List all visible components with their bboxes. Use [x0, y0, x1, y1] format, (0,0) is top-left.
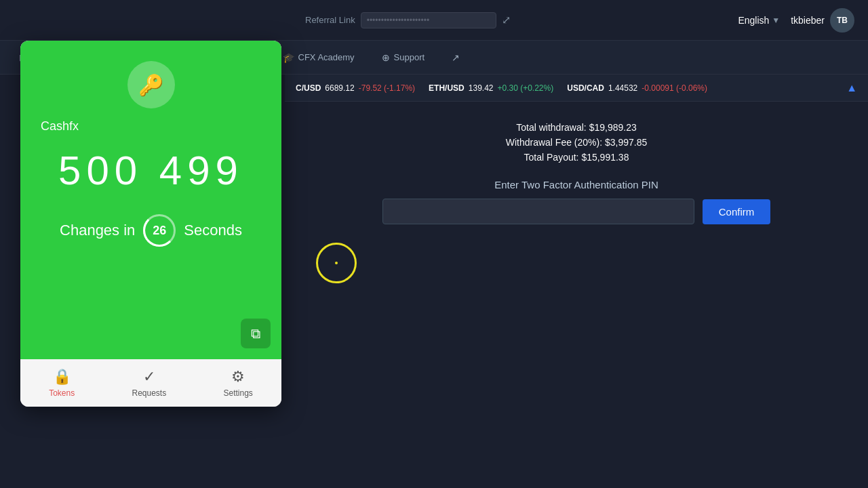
referral-section: Referral Link ⤢ [305, 12, 511, 28]
total-withdrawal-value: $19,989.23 [589, 122, 637, 133]
ticker-change-usdcad: -0.00091 (-0.06%) [642, 83, 707, 93]
ticker-pair-ethusd: ETH/USD [429, 83, 465, 93]
fee-label: Withdrawal Fee (20%): [506, 137, 602, 148]
timer-changes-label: Changes in [60, 222, 135, 239]
phone-key-icon: 🔑 [127, 61, 175, 108]
ticker-expand-button[interactable]: ▲ [846, 82, 857, 94]
phone-tab-requests[interactable]: ✓ Requests [132, 368, 166, 398]
language-label: English [738, 15, 769, 26]
total-withdrawal-label: Total withdrawal: [516, 122, 587, 133]
total-withdrawal-row: Total withdrawal: $19,989.23 [312, 122, 841, 133]
phone-container: 🔑 Cashfx 500 499 Changes in 26 Seconds ⧉… [20, 41, 281, 407]
requests-tab-icon: ✓ [143, 368, 155, 386]
avatar: TB [830, 8, 854, 33]
seconds-label: Seconds [184, 222, 242, 239]
language-arrow-icon: ▼ [772, 16, 780, 25]
top-bar: Referral Link ⤢ English ▼ tkbieber TB [0, 0, 868, 41]
support-icon: ⊕ [382, 52, 390, 63]
withdrawal-info: Total withdrawal: $19,989.23 Withdrawal … [312, 122, 841, 163]
tfa-row: Confirm [312, 199, 841, 224]
main-content: Total withdrawal: $19,989.23 Withdrawal … [285, 102, 868, 488]
ticker-pair-usdcad: USD/CAD [567, 83, 604, 93]
nav-support-label: Support [394, 52, 425, 62]
nav-item-support[interactable]: ⊕ Support [376, 49, 431, 66]
confirm-button[interactable]: Confirm [703, 199, 771, 224]
phone-tab-settings[interactable]: ⚙ Settings [223, 368, 252, 398]
ticker-price-ethusd: 139.42 [469, 83, 494, 93]
phone-otp-code: 500 499 [58, 147, 243, 194]
user-section: tkbieber TB [791, 8, 854, 33]
referral-label: Referral Link [305, 15, 355, 25]
ticker-item-usdcad: USD/CAD 1.44532 -0.00091 (-0.06%) [567, 83, 707, 93]
language-selector[interactable]: English ▼ [738, 15, 780, 26]
ticker-change-cusd: -79.52 (-1.17%) [359, 83, 415, 93]
tfa-label: Enter Two Factor Authentication PIN [312, 179, 841, 190]
nav-item-cfx-academy[interactable]: 🎓 CFX Academy [277, 49, 360, 66]
phone-timer-row: Changes in 26 Seconds [60, 214, 242, 247]
ticker-change-ethusd: +0.30 (+0.22%) [497, 83, 553, 93]
payout-row: Total Payout: $15,991.38 [312, 152, 841, 163]
external-link-icon: ↗ [452, 52, 460, 63]
timer-circle: 26 [143, 214, 176, 247]
settings-tab-icon: ⚙ [231, 368, 245, 386]
tokens-tab-icon: 🔒 [53, 368, 71, 386]
payout-value: $15,991.38 [581, 152, 629, 163]
payout-label: Total Payout: [524, 152, 579, 163]
nav-cfx-academy-label: CFX Academy [298, 52, 355, 62]
tfa-input[interactable] [382, 199, 694, 224]
phone-copy-button[interactable]: ⧉ [241, 319, 271, 348]
fee-value: $3,997.85 [605, 137, 647, 148]
ticker-item-cusd: C/USD 6689.12 -79.52 (-1.17%) [296, 83, 415, 93]
ticker-bar: C/USD 6689.12 -79.52 (-1.17%) ETH/USD 13… [285, 75, 868, 102]
ticker-item-ethusd: ETH/USD 139.42 +0.30 (+0.22%) [429, 83, 553, 93]
phone-app-area: 🔑 Cashfx 500 499 Changes in 26 Seconds ⧉ [20, 41, 281, 359]
cfx-academy-icon: 🎓 [283, 52, 294, 63]
ticker-price-usdcad: 1.44532 [608, 83, 637, 93]
timer-value: 26 [153, 224, 166, 238]
tokens-tab-label: Tokens [49, 388, 75, 398]
fee-row: Withdrawal Fee (20%): $3,997.85 [312, 137, 841, 148]
settings-tab-label: Settings [223, 388, 252, 398]
expand-button[interactable]: ⤢ [502, 14, 511, 26]
referral-input[interactable] [361, 12, 496, 28]
requests-tab-label: Requests [132, 388, 166, 398]
ticker-price-cusd: 6689.12 [325, 83, 354, 93]
phone-tab-tokens[interactable]: 🔒 Tokens [49, 368, 75, 398]
username-label: tkbieber [791, 15, 825, 26]
ticker-pair-cusd: C/USD [296, 83, 321, 93]
phone-bottom-bar: 🔒 Tokens ✓ Requests ⚙ Settings [20, 359, 281, 407]
nav-item-external[interactable]: ↗ [446, 49, 465, 66]
phone-app-name: Cashfx [20, 119, 79, 134]
